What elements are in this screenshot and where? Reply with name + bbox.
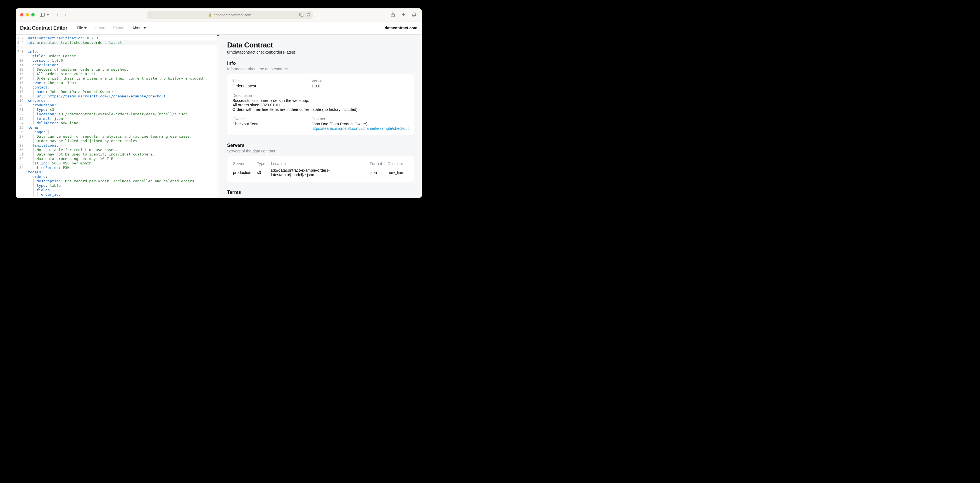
line-gutter: 1 2 3 4 5 6 7 8 9 10 11 12 13 14 15 16 1…	[16, 35, 26, 175]
lock-icon: 🔒	[208, 13, 212, 17]
servers-table: Server Type Location Format Delimiter pr…	[232, 161, 409, 178]
description-label: Description	[232, 93, 409, 98]
servers-card: Server Type Location Format Delimiter pr…	[227, 156, 414, 182]
menu-import[interactable]: Import	[94, 26, 106, 30]
svg-rect-4	[413, 13, 416, 16]
reload-icon[interactable]	[307, 13, 310, 17]
svg-text:A: A	[300, 14, 301, 15]
contact-label: Contact	[312, 117, 409, 121]
info-subheading: Information about the data contract	[227, 67, 414, 71]
translate-icon[interactable]: A	[299, 13, 304, 17]
address-bar[interactable]: 🔒 editor.datacontract.com A	[147, 11, 313, 19]
pane-splitter[interactable]	[217, 35, 219, 198]
contact-url-link[interactable]: https://teams.microsoft.com/l/channel/ex…	[312, 126, 409, 131]
preview-id: urn:datacontract:checkout:orders-latest	[227, 50, 414, 54]
app-title: Data Contract Editor	[20, 25, 67, 31]
table-row: productions3s3://datacontract-example-or…	[233, 168, 408, 177]
app-header: Data Contract Editor File Import Export …	[16, 22, 422, 35]
menu-file[interactable]: File	[77, 26, 87, 30]
new-tab-icon[interactable]	[401, 12, 406, 17]
minimize-window-button[interactable]	[26, 13, 29, 16]
col-type: Type	[257, 161, 270, 167]
chevron-down-icon	[143, 27, 146, 29]
browser-window: ⟨ ⟩ 🔒 editor.datacontract.com A	[16, 8, 422, 198]
menu-export[interactable]: Export	[113, 26, 124, 30]
contact-value: John Doe (Data Product Owner) https://te…	[312, 122, 409, 131]
version-value: 1.0.0	[312, 84, 409, 88]
share-icon[interactable]	[391, 12, 395, 17]
version-label: Version	[312, 79, 409, 83]
col-delimiter: Delimiter	[388, 161, 408, 167]
back-button[interactable]: ⟨	[54, 12, 62, 18]
main-menu: File Import Export About	[77, 26, 146, 30]
terms-heading: Terms	[227, 189, 414, 195]
close-window-button[interactable]	[20, 13, 24, 16]
browser-titlebar: ⟨ ⟩ 🔒 editor.datacontract.com A	[16, 8, 422, 22]
title-label: Title	[232, 79, 305, 83]
servers-subheading: Servers of the data contract	[227, 149, 414, 153]
owner-value: Checkout Team	[232, 122, 305, 126]
window-controls	[20, 13, 35, 16]
chevron-down-icon[interactable]	[47, 14, 49, 16]
col-location: Location	[271, 161, 369, 167]
preview-title: Data Contract	[227, 41, 414, 49]
preview-pane: Data Contract urn:datacontract:checkout:…	[219, 35, 422, 198]
info-heading: Info	[227, 60, 414, 66]
chevron-down-icon	[84, 27, 87, 29]
url-text: editor.datacontract.com	[213, 13, 251, 17]
info-card: Title Orders Latest Version 1.0.0 Descri…	[227, 74, 414, 135]
description-value: Successful customer orders in the websho…	[232, 98, 409, 112]
forward-button[interactable]: ⟩	[62, 12, 69, 18]
maximize-window-button[interactable]	[31, 13, 35, 16]
code-content[interactable]: dataContractSpecification: 0.9.3 id: urn…	[28, 35, 217, 197]
tabs-overview-icon[interactable]	[412, 12, 416, 17]
sidebar-toggle-icon[interactable]	[40, 13, 45, 17]
site-link[interactable]: datacontract.com	[385, 26, 417, 30]
owner-label: Owner	[232, 117, 305, 121]
title-value: Orders Latest	[232, 84, 305, 88]
menu-about[interactable]: About	[132, 26, 146, 30]
code-editor[interactable]: 1 2 3 4 5 6 7 8 9 10 11 12 13 14 15 16 1…	[16, 35, 217, 198]
col-server: Server	[233, 161, 256, 167]
col-format: Format	[370, 161, 387, 167]
servers-heading: Servers	[227, 143, 414, 148]
